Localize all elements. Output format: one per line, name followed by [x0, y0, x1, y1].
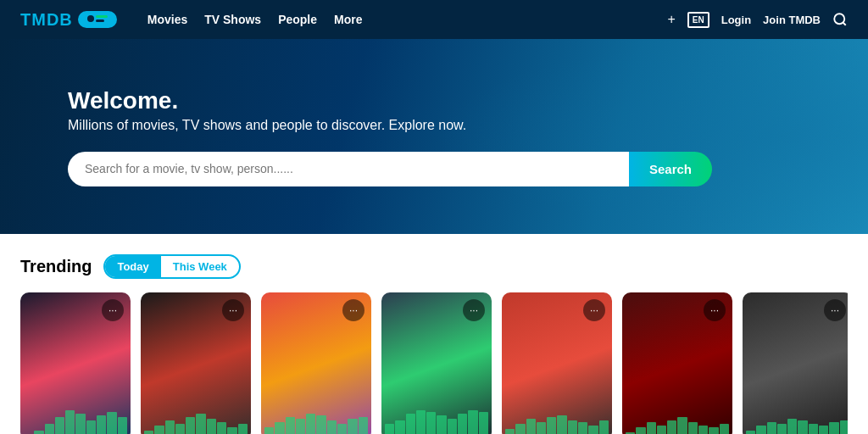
chart-bar: [238, 424, 248, 434]
chart-bar: [756, 426, 765, 434]
nav-links: Movies TV Shows People More: [141, 9, 370, 30]
chart-bar: [557, 415, 566, 434]
chart-bar: [698, 426, 708, 434]
movie-card[interactable]: ··· 70% Totally Killer Sep 28, 2023: [261, 292, 371, 434]
card-popularity-bars: [261, 407, 371, 434]
chart-bar: [327, 420, 337, 434]
nav-more[interactable]: More: [327, 9, 369, 30]
nav-movies[interactable]: Movies: [141, 9, 194, 30]
card-more-button[interactable]: ···: [222, 299, 244, 321]
chart-bar: [385, 424, 394, 434]
toggle-this-week[interactable]: This Week: [161, 256, 239, 277]
chart-bar: [416, 410, 426, 434]
card-popularity-bars: [20, 407, 131, 434]
movie-card[interactable]: ··· 72% Ballerina Oct 05, 2023: [502, 292, 612, 434]
add-button[interactable]: +: [667, 12, 675, 27]
card-poster: ···: [381, 292, 492, 434]
chart-bar: [316, 415, 326, 434]
chart-bar: [97, 415, 106, 434]
hero-search-button[interactable]: Search: [629, 152, 712, 186]
chart-bar: [75, 414, 85, 434]
hero-section: Welcome. Millions of movies, TV shows an…: [0, 39, 868, 234]
chart-bar: [840, 420, 848, 434]
chart-bar: [207, 419, 216, 434]
chart-bar: [599, 420, 609, 434]
card-more-button[interactable]: ···: [704, 299, 726, 321]
movie-card[interactable]: ··· 67% Pet Sematary: Bloodlines Sep 23,…: [622, 292, 732, 434]
chart-bar: [526, 419, 536, 434]
card-poster: ···: [622, 292, 732, 434]
hero-subtitle: Millions of movies, TV shows and people …: [68, 118, 800, 133]
toggle-today[interactable]: Today: [105, 256, 160, 277]
chart-bar: [709, 427, 718, 434]
trending-header: Trending Today This Week: [20, 254, 848, 279]
svg-point-4: [834, 14, 844, 24]
trending-title: Trending: [20, 257, 92, 276]
nav-right: + EN Login Join TMDB: [667, 12, 848, 28]
card-poster: ···: [261, 292, 371, 434]
hero-search-input[interactable]: [68, 152, 629, 186]
logo-badge: [78, 11, 117, 28]
chart-bar: [777, 424, 787, 434]
chart-bar: [547, 417, 556, 434]
chart-bar: [186, 417, 195, 434]
logo[interactable]: TMDB: [20, 10, 117, 30]
movie-card[interactable]: ··· 73% The Equalizer 3 Aug 30, 2023: [141, 292, 251, 434]
chart-bar: [657, 426, 666, 434]
svg-point-1: [87, 15, 94, 22]
svg-rect-2: [96, 15, 108, 18]
card-poster: ···: [141, 292, 251, 434]
chart-bar: [479, 412, 488, 434]
svg-rect-3: [96, 19, 104, 22]
navbar: TMDB Movies TV Shows People More + EN Lo…: [0, 0, 868, 39]
language-selector[interactable]: EN: [687, 12, 709, 28]
chart-bar: [767, 422, 776, 434]
chart-bar: [395, 420, 404, 434]
chart-bar: [578, 422, 587, 434]
chart-bar: [196, 414, 205, 434]
movie-card[interactable]: ··· 67% Fair Play Sep 28, 2023: [743, 292, 848, 434]
nav-tv-shows[interactable]: TV Shows: [198, 9, 268, 30]
chart-bar: [165, 420, 175, 434]
chart-bar: [86, 420, 96, 434]
chart-bar: [537, 422, 546, 434]
card-more-button[interactable]: ···: [824, 299, 846, 321]
search-icon-button[interactable]: [832, 12, 848, 27]
chart-bar: [437, 415, 446, 434]
nav-people[interactable]: People: [271, 9, 324, 30]
chart-bar: [175, 424, 185, 434]
movie-card[interactable]: ··· 77% Mission: Impossible - Dead Recko…: [20, 292, 131, 434]
chart-bar: [505, 429, 515, 434]
card-popularity-bars: [502, 407, 612, 434]
movie-card[interactable]: ··· 82% Loki Jun 09, 2021: [381, 292, 492, 434]
chart-bar: [458, 414, 467, 434]
card-more-button[interactable]: ···: [583, 299, 605, 321]
card-more-button[interactable]: ···: [463, 299, 485, 321]
chart-bar: [468, 410, 477, 434]
chart-bar: [809, 424, 818, 434]
chart-bar: [677, 417, 687, 434]
chart-bar: [337, 424, 347, 434]
chart-bar: [647, 422, 656, 434]
svg-line-5: [843, 22, 845, 25]
chart-bar: [348, 419, 357, 434]
logo-text: TMDB: [20, 10, 73, 30]
chart-bar: [34, 431, 43, 434]
chart-bar: [588, 426, 598, 434]
card-more-button[interactable]: ···: [102, 299, 124, 321]
card-popularity-bars: [743, 407, 848, 434]
chart-bar: [264, 427, 274, 434]
card-more-button[interactable]: ···: [342, 299, 364, 321]
chart-bar: [107, 412, 116, 434]
chart-bar: [798, 420, 807, 434]
card-popularity-bars: [381, 407, 492, 434]
hero-content: Welcome. Millions of movies, TV shows an…: [68, 87, 800, 186]
chart-bar: [406, 414, 415, 434]
login-button[interactable]: Login: [721, 14, 751, 26]
chart-bar: [448, 419, 457, 434]
card-popularity-bars: [141, 407, 251, 434]
join-button[interactable]: Join TMDB: [763, 14, 821, 26]
chart-bar: [819, 426, 828, 434]
trending-section: Trending Today This Week ··· 77% Mission…: [0, 234, 868, 434]
chart-bar: [45, 424, 54, 434]
